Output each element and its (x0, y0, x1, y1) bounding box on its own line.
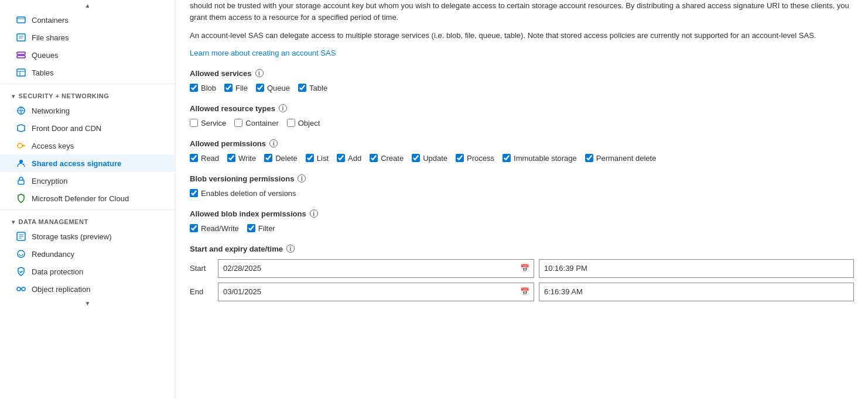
learn-link[interactable]: Learn more about creating an account SAS (190, 49, 336, 57)
process-checkbox[interactable] (456, 154, 464, 162)
main-content: should not be trusted with your storage … (176, 0, 868, 399)
sidebar-item-defender-label: Microsoft Defender for Cloud (32, 194, 129, 203)
sidebar-item-encryption[interactable]: Encryption (0, 172, 175, 190)
sidebar-item-access-keys[interactable]: Access keys (0, 137, 175, 154)
readwrite-checkbox[interactable] (190, 224, 198, 232)
object-checkbox[interactable] (287, 119, 295, 127)
end-label: End (190, 287, 213, 296)
checkbox-list[interactable]: List (306, 154, 329, 163)
checkbox-create[interactable]: Create (370, 154, 404, 163)
sidebar-item-fileshares[interactable]: File shares (0, 29, 175, 46)
allowed-permissions-checkboxes: Read Write Delete List Add Create (190, 154, 854, 163)
checkbox-delete[interactable]: Delete (264, 154, 298, 163)
sidebar-item-storage-tasks-label: Storage tasks (preview) (32, 232, 112, 241)
checkbox-table[interactable]: Table (298, 84, 327, 92)
blob-versioning-label: Blob versioning permissions i (190, 174, 854, 183)
checkbox-update[interactable]: Update (412, 154, 447, 163)
allowed-permissions-label: Allowed permissions i (190, 139, 854, 148)
sidebar-item-storage-tasks[interactable]: Storage tasks (preview) (0, 228, 175, 245)
blob-index-checkboxes: Read/Write Filter (190, 224, 854, 233)
checkbox-enables-deletion[interactable]: Enables deletion of versions (190, 189, 296, 198)
enables-deletion-checkbox[interactable] (190, 189, 198, 197)
sidebar-item-networking[interactable]: Networking (0, 102, 175, 119)
write-checkbox[interactable] (227, 154, 235, 162)
sidebar-item-data-protection[interactable]: Data protection (0, 263, 175, 280)
process-label: Process (467, 154, 494, 163)
add-checkbox[interactable] (337, 154, 345, 162)
sidebar-item-queues[interactable]: Queues (0, 46, 175, 64)
sidebar-item-frontdoor-label: Front Door and CDN (32, 124, 101, 133)
checkbox-add[interactable]: Add (337, 154, 361, 163)
start-expiry-info-icon[interactable]: i (286, 245, 295, 253)
delete-checkbox[interactable] (264, 154, 272, 162)
accesskeys-icon (16, 141, 26, 150)
sidebar-item-redundancy[interactable]: Redundancy (0, 245, 175, 263)
end-calendar-icon[interactable]: 📅 (520, 287, 529, 296)
update-checkbox[interactable] (412, 154, 420, 162)
checkbox-file[interactable]: File (224, 84, 248, 92)
svg-rect-1 (17, 34, 25, 41)
sidebar-item-defender[interactable]: Microsoft Defender for Cloud (0, 190, 175, 207)
checkbox-write[interactable]: Write (227, 154, 256, 163)
checkbox-process[interactable]: Process (456, 154, 494, 163)
sidebar-item-object-replication[interactable]: Object replication (0, 280, 175, 298)
checkbox-queue[interactable]: Queue (256, 84, 290, 92)
sidebar-item-tables[interactable]: Tables (0, 64, 175, 81)
sidebar-item-containers[interactable]: Containers (0, 11, 175, 29)
container-label: Container (245, 119, 278, 128)
scroll-down-arrow[interactable]: ▼ (0, 298, 175, 309)
allowed-permissions-info-icon[interactable]: i (269, 139, 278, 147)
end-time-input[interactable] (539, 283, 854, 301)
scroll-up-arrow[interactable]: ▲ (0, 0, 175, 11)
start-date-input[interactable] (218, 259, 534, 278)
file-checkbox[interactable] (224, 84, 233, 92)
checkbox-service[interactable]: Service (190, 119, 226, 128)
blob-versioning-info-icon[interactable]: i (298, 174, 306, 183)
defender-icon (16, 194, 26, 203)
permanent-delete-checkbox[interactable] (585, 154, 593, 162)
checkbox-immutable[interactable]: Immutable storage (503, 154, 577, 163)
checkbox-readwrite[interactable]: Read/Write (190, 224, 239, 233)
end-date-wrapper: 📅 (218, 283, 534, 301)
service-label: Service (201, 119, 226, 128)
filter-checkbox[interactable] (247, 224, 255, 232)
sidebar-item-object-replication-label: Object replication (32, 285, 90, 294)
service-checkbox[interactable] (190, 119, 198, 127)
section-header-data-management[interactable]: ▾ Data management (0, 212, 175, 228)
checkbox-filter[interactable]: Filter (247, 224, 275, 233)
checkbox-read[interactable]: Read (190, 154, 219, 163)
queue-checkbox[interactable] (256, 84, 264, 92)
end-date-input[interactable] (218, 283, 534, 301)
allowed-resource-types-label: Allowed resource types i (190, 104, 854, 113)
checkbox-container[interactable]: Container (234, 119, 278, 128)
blob-index-info-icon[interactable]: i (310, 209, 318, 218)
svg-rect-8 (18, 180, 24, 184)
list-label: List (317, 154, 329, 163)
allowed-services-label: Allowed services i (190, 69, 854, 78)
svg-point-7 (22, 163, 25, 166)
checkbox-permanent-delete[interactable]: Permanent delete (585, 154, 657, 163)
sidebar-item-shared-access-label: Shared access signature (32, 159, 121, 168)
start-time-input[interactable] (539, 259, 854, 278)
list-checkbox[interactable] (306, 154, 314, 162)
allowed-resource-types-info-icon[interactable]: i (279, 104, 287, 112)
create-label: Create (381, 154, 404, 163)
section-header-security-networking[interactable]: ▾ Security + networking (0, 87, 175, 102)
container-checkbox[interactable] (234, 119, 242, 127)
read-checkbox[interactable] (190, 154, 198, 162)
checkbox-object[interactable]: Object (287, 119, 320, 128)
immutable-checkbox[interactable] (503, 154, 511, 162)
fileshares-icon (16, 33, 26, 42)
write-label: Write (238, 154, 256, 163)
start-calendar-icon[interactable]: 📅 (520, 264, 529, 273)
allowed-services-info-icon[interactable]: i (255, 69, 264, 77)
table-checkbox[interactable] (298, 84, 306, 92)
svg-point-6 (18, 143, 22, 148)
blob-checkbox[interactable] (190, 84, 198, 92)
sidebar-item-frontdoor[interactable]: Front Door and CDN (0, 119, 175, 137)
sidebar-item-networking-label: Networking (32, 106, 70, 115)
sidebar-item-shared-access[interactable]: Shared access signature (0, 154, 175, 172)
create-checkbox[interactable] (370, 154, 378, 162)
sidebar-item-queues-label: Queues (32, 51, 59, 60)
checkbox-blob[interactable]: Blob (190, 84, 216, 92)
